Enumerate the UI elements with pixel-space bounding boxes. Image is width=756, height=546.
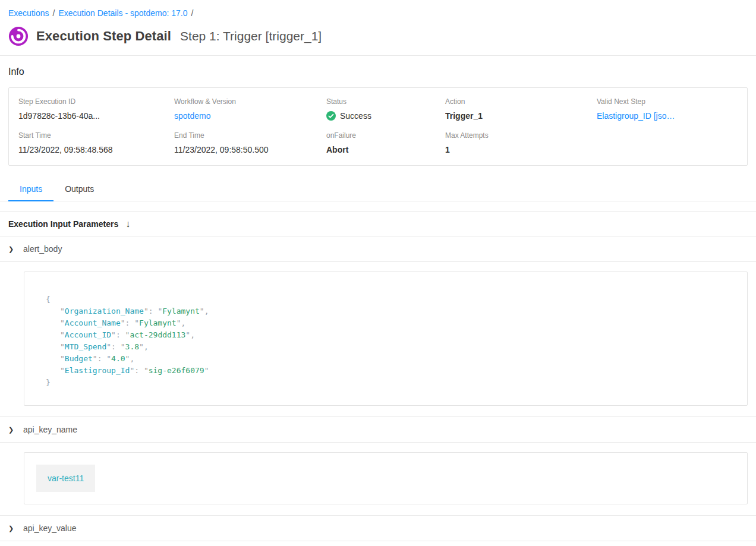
field-value: 11/23/2022, 09:58:50.500	[174, 145, 326, 154]
field-label: End Time	[174, 131, 326, 140]
parameters-table: Execution Input Parameters ↓ ❯ alert_bod…	[0, 211, 756, 541]
field-label: Max Attempts	[445, 131, 597, 140]
field-label: Workflow & Version	[174, 97, 326, 106]
info-field-step-execution-id: Step Execution ID 1d97828c-13b6-40a...	[18, 97, 174, 121]
field-value: 1d97828c-13b6-40a...	[18, 111, 174, 121]
param-name: alert_body	[23, 244, 62, 254]
info-field-end-time: End Time 11/23/2022, 09:58:50.500	[174, 131, 326, 154]
info-field-onfailure: onFailure Abort	[326, 131, 445, 154]
field-value: 1	[445, 145, 597, 154]
parameters-header: Execution Input Parameters ↓	[0, 212, 756, 236]
info-field-status: Status Success	[326, 97, 445, 121]
spacer	[0, 201, 756, 211]
field-label: Step Execution ID	[18, 97, 174, 106]
fylamynt-logo-icon	[8, 26, 29, 46]
breadcrumb: Executions/Execution Details - spotdemo:…	[0, 0, 756, 21]
tab-outputs[interactable]: Outputs	[53, 178, 105, 201]
breadcrumb-separator: /	[52, 8, 55, 18]
chevron-right-icon: ❯	[8, 246, 14, 253]
status-text: Success	[340, 111, 371, 121]
info-field-max-attempts: Max Attempts 1	[445, 131, 597, 154]
info-field-valid-next-step: Valid Next Step Elastigroup_ID [jso…	[597, 97, 738, 121]
field-value: Abort	[326, 145, 445, 154]
page-title: Execution Step Detail	[36, 29, 171, 44]
alert-body-json-code: {"Organization_Name": "Fylamynt","Accoun…	[24, 272, 748, 406]
field-value: 11/23/2022, 09:58:48.568	[18, 145, 174, 154]
info-field-action: Action Trigger_1	[445, 97, 597, 121]
field-value: Trigger_1	[445, 111, 597, 121]
next-step-link[interactable]: Elastigroup_ID [jso…	[597, 111, 675, 121]
info-section: Info Step Execution ID 1d97828c-13b6-40a…	[0, 56, 756, 166]
collapse-all-arrow-icon[interactable]: ↓	[125, 219, 130, 229]
breadcrumb-executions[interactable]: Executions	[8, 8, 49, 18]
field-label: Action	[445, 97, 597, 106]
param-row-api-key-name[interactable]: ❯ api_key_name	[0, 417, 756, 443]
tab-bar: Inputs Outputs	[0, 178, 756, 201]
param-value-chip: var-test11	[36, 465, 95, 492]
tab-inputs[interactable]: Inputs	[8, 178, 53, 201]
page-subtitle: Step 1: Trigger [trigger_1]	[180, 29, 322, 43]
param-content-api-key-name: var-test11	[0, 443, 756, 516]
breadcrumb-execution-details[interactable]: Execution Details - spotdemo: 17.0	[58, 8, 187, 18]
chevron-right-icon: ❯	[8, 525, 14, 532]
param-name: api_key_value	[23, 523, 77, 533]
workflow-link[interactable]: spotdemo	[174, 111, 210, 121]
breadcrumb-separator: /	[191, 8, 194, 18]
field-label: Start Time	[18, 131, 174, 140]
param-name: api_key_name	[23, 425, 77, 434]
page-header: Execution Step Detail Step 1: Trigger [t…	[0, 21, 756, 56]
field-label: onFailure	[326, 131, 445, 140]
field-label: Status	[326, 97, 445, 106]
parameters-title: Execution Input Parameters	[8, 219, 118, 229]
info-field-workflow-version: Workflow & Version spotdemo	[174, 97, 326, 121]
info-heading: Info	[8, 67, 748, 77]
chevron-right-icon: ❯	[8, 427, 14, 433]
field-label: Valid Next Step	[597, 97, 738, 106]
info-field-start-time: Start Time 11/23/2022, 09:58:48.568	[18, 131, 174, 154]
info-card: Step Execution ID 1d97828c-13b6-40a... W…	[8, 87, 748, 166]
param-row-api-key-value[interactable]: ❯ api_key_value	[0, 516, 756, 541]
success-check-icon	[326, 111, 336, 121]
param-content-alert-body: {"Organization_Name": "Fylamynt","Accoun…	[0, 262, 756, 417]
param-row-alert-body[interactable]: ❯ alert_body	[0, 236, 756, 262]
page: Executions/Execution Details - spotdemo:…	[0, 0, 756, 541]
